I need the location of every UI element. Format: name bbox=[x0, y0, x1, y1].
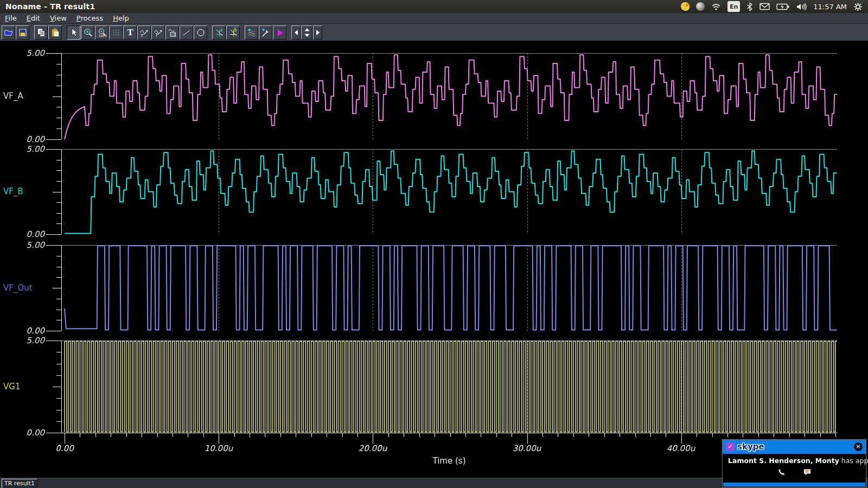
system-tray: En 11:57 AM bbox=[681, 1, 863, 12]
result-tab[interactable]: TR result1 bbox=[2, 479, 37, 488]
select-cursor-button[interactable] bbox=[67, 25, 80, 40]
y-min-label: 0.00 bbox=[1, 134, 44, 144]
ellipse-tool-button[interactable] bbox=[194, 25, 207, 40]
legend-button[interactable] bbox=[165, 25, 179, 40]
skype-footer-bar bbox=[723, 483, 865, 486]
svg-text:b: b bbox=[234, 28, 237, 33]
window-title: Noname - TR result1 bbox=[5, 2, 95, 11]
menu-edit[interactable]: Edit bbox=[22, 13, 45, 23]
text-tool-button[interactable]: T bbox=[123, 25, 137, 40]
skype-message: Lamont S. Henderson, Monty has appeared … bbox=[723, 454, 866, 465]
skype-wordmark: skype bbox=[737, 442, 764, 452]
wifi-icon[interactable] bbox=[711, 2, 721, 11]
skype-notification: ✓ skype ✕ Lamont S. Henderson, Monty has… bbox=[722, 439, 866, 487]
x-tick-label: 40.00u bbox=[658, 444, 704, 453]
ibus-orb-icon[interactable] bbox=[696, 2, 705, 11]
call-button[interactable] bbox=[773, 464, 790, 480]
y-min-label: 0.00 bbox=[1, 326, 44, 336]
grid-button[interactable] bbox=[109, 25, 123, 40]
menu-file[interactable]: File bbox=[0, 13, 22, 23]
skype-actions bbox=[723, 464, 866, 480]
nav-right-button[interactable] bbox=[313, 25, 322, 40]
y-min-label: 0.00 bbox=[1, 229, 44, 239]
signal-label-vfb: VF_B bbox=[3, 187, 23, 196]
keyboard-layout-badge[interactable]: En bbox=[727, 1, 740, 12]
add-curves-button[interactable] bbox=[245, 25, 258, 40]
toolbar: 100% T T ? a b bbox=[0, 24, 868, 41]
svg-text:100%: 100% bbox=[99, 34, 107, 37]
session-gear-icon[interactable] bbox=[853, 2, 863, 11]
run-button[interactable] bbox=[273, 25, 286, 40]
save-button[interactable] bbox=[16, 25, 29, 40]
skype-status-icon[interactable] bbox=[681, 2, 690, 11]
menu-view[interactable]: View bbox=[45, 13, 72, 23]
titlebar: Noname - TR result1 En 11:57 AM bbox=[0, 0, 868, 13]
mail-icon[interactable] bbox=[760, 2, 770, 11]
chat-button[interactable] bbox=[799, 464, 815, 480]
x-tick-label: 0.00 bbox=[42, 444, 87, 453]
clock[interactable]: 11:57 AM bbox=[813, 2, 847, 11]
waveform-viewer: VF_A VF_B VF_Out VG1 5.00 0.00 5.00 0.00… bbox=[0, 41, 868, 478]
svg-text:?: ? bbox=[155, 33, 158, 37]
svg-text:T: T bbox=[127, 28, 133, 37]
application-window: Noname - TR result1 En 11:57 AM bbox=[0, 0, 868, 488]
signal-label-vfout: VF_Out bbox=[3, 283, 33, 293]
signal-label-vg1: VG1 bbox=[3, 382, 20, 391]
y-max-label: 5.00 bbox=[1, 336, 44, 345]
y-max-label: 5.00 bbox=[1, 240, 44, 250]
cursor-value-button[interactable]: ? bbox=[151, 25, 165, 40]
nav-spinner[interactable] bbox=[301, 25, 312, 40]
y-max-label: 5.00 bbox=[1, 144, 44, 154]
signal-label-vfa: VF_A bbox=[3, 91, 23, 101]
menubar: File Edit View Process Help bbox=[0, 13, 868, 24]
x-axis-title: Time (s) bbox=[395, 456, 503, 466]
x-tick-label: 10.00u bbox=[196, 444, 241, 453]
cursor-a-button[interactable]: T bbox=[137, 25, 151, 40]
battery-icon[interactable] bbox=[776, 2, 789, 11]
axis-b-button[interactable]: b bbox=[226, 25, 240, 40]
y-max-label: 5.00 bbox=[1, 48, 44, 58]
axis-a-button[interactable]: a bbox=[212, 25, 226, 40]
x-tick-label: 20.00u bbox=[350, 444, 395, 453]
nav-left-button[interactable] bbox=[291, 25, 301, 40]
line-tool-button[interactable] bbox=[180, 25, 193, 40]
open-button[interactable] bbox=[2, 25, 15, 40]
close-icon[interactable]: ✕ bbox=[854, 442, 863, 451]
probe-button[interactable] bbox=[259, 25, 272, 40]
menu-process[interactable]: Process bbox=[72, 13, 108, 23]
zoom-in-button[interactable] bbox=[81, 25, 94, 40]
bluetooth-icon[interactable] bbox=[746, 2, 753, 11]
volume-icon[interactable] bbox=[796, 2, 807, 11]
svg-text:T: T bbox=[141, 33, 144, 37]
waveform-plot bbox=[0, 41, 868, 478]
svg-text:a: a bbox=[220, 28, 222, 33]
skype-header: ✓ skype ✕ bbox=[723, 440, 866, 454]
zoom-out-100-button[interactable]: 100% bbox=[95, 25, 108, 40]
copy-button[interactable] bbox=[34, 25, 48, 40]
y-min-label: 0.00 bbox=[1, 428, 44, 438]
paste-button[interactable] bbox=[48, 25, 62, 40]
skype-check-icon: ✓ bbox=[726, 442, 735, 451]
x-tick-label: 30.00u bbox=[504, 444, 550, 453]
menu-help[interactable]: Help bbox=[108, 13, 134, 23]
